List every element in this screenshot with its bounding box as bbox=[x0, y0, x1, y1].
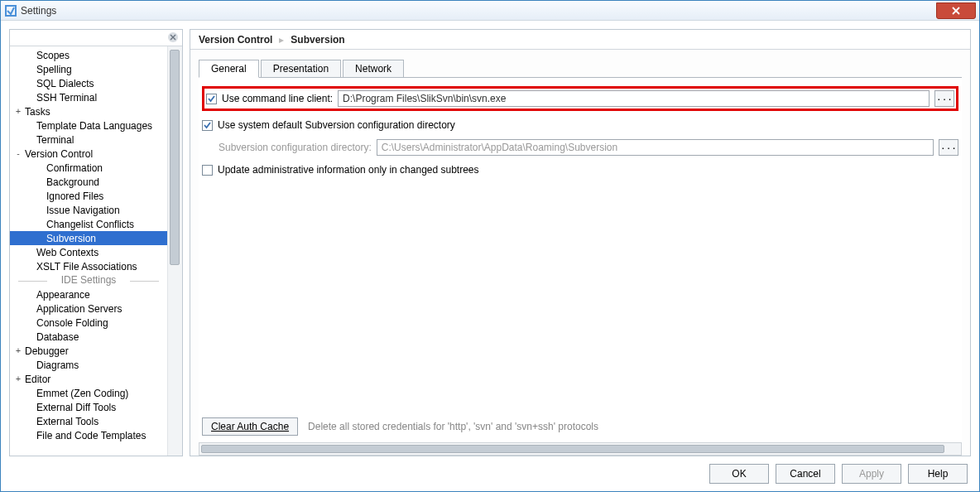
breadcrumb: Version Control ▸ Subversion bbox=[190, 30, 970, 50]
tab-network[interactable]: Network bbox=[343, 60, 404, 77]
tree-item[interactable]: External Tools bbox=[10, 414, 167, 428]
tree-item-label: Terminal bbox=[35, 134, 74, 146]
tree-item-label: Version Control bbox=[23, 148, 93, 160]
confdir-label: Subversion configuration directory: bbox=[219, 142, 372, 153]
cache-row: Clear Auth Cache Delete all stored crede… bbox=[202, 417, 958, 436]
tree-item[interactable]: Spelling bbox=[10, 62, 167, 76]
tree-item[interactable]: Web Contexts bbox=[10, 245, 167, 259]
tree-item[interactable]: Subversion bbox=[10, 231, 167, 245]
tree-item-label: Ignored Files bbox=[45, 191, 103, 202]
tree-item[interactable]: Appearance bbox=[10, 287, 167, 301]
tree-item[interactable]: Template Data Languages bbox=[10, 118, 167, 133]
apply-button: Apply bbox=[842, 464, 901, 484]
tree-item-label: External Tools bbox=[35, 416, 98, 427]
sysdefault-checkbox[interactable] bbox=[202, 120, 213, 131]
tree-item[interactable]: +Debugger bbox=[10, 344, 167, 358]
tree-search[interactable] bbox=[10, 30, 182, 46]
tree-item[interactable]: Console Folding bbox=[10, 316, 167, 330]
help-button[interactable]: Help bbox=[908, 464, 968, 484]
confdir-input bbox=[377, 139, 934, 156]
tab-general[interactable]: General bbox=[199, 60, 259, 78]
cli-checkbox[interactable] bbox=[206, 94, 217, 104]
tree-item[interactable]: Scopes bbox=[10, 48, 167, 62]
tabs: General Presentation Network bbox=[199, 60, 962, 78]
breadcrumb-root[interactable]: Version Control bbox=[199, 34, 272, 46]
clear-auth-cache-button[interactable]: Clear Auth Cache bbox=[202, 417, 298, 436]
tree-item[interactable]: Diagrams bbox=[10, 358, 167, 372]
tree-item-label: Template Data Languages bbox=[35, 120, 152, 132]
settings-content-panel: Version Control ▸ Subversion General Pre… bbox=[190, 29, 971, 456]
window-title: Settings bbox=[21, 5, 56, 17]
tree-item[interactable]: Changelist Conflicts bbox=[10, 217, 167, 231]
tree-item-label: Changelist Conflicts bbox=[45, 219, 134, 230]
title-bar: Settings bbox=[1, 1, 979, 21]
update-label: Update administrative information only i… bbox=[218, 164, 479, 176]
tree-item-label: SSH Terminal bbox=[35, 92, 97, 104]
confdir-row: Subversion configuration directory: ... bbox=[219, 139, 958, 156]
tree-item-label: Spelling bbox=[35, 64, 72, 75]
clear-cache-description: Delete all stored credentials for 'http'… bbox=[308, 421, 598, 432]
tree-item-label: Subversion bbox=[45, 233, 96, 244]
tree-item[interactable]: Confirmation bbox=[10, 161, 167, 175]
tree-section-header: IDE Settings bbox=[10, 273, 167, 287]
tree-item[interactable]: Ignored Files bbox=[10, 189, 167, 203]
tree-item[interactable]: Emmet (Zen Coding) bbox=[10, 386, 167, 400]
tree-item-label: Emmet (Zen Coding) bbox=[35, 388, 128, 399]
cli-path-input[interactable] bbox=[338, 90, 930, 107]
tree-item[interactable]: Application Servers bbox=[10, 301, 167, 316]
cli-label: Use command line client: bbox=[222, 93, 333, 104]
tree-item-label: SQL Dialects bbox=[35, 78, 94, 89]
tree-item[interactable]: Issue Navigation bbox=[10, 203, 167, 217]
tree-item[interactable]: XSLT File Associations bbox=[10, 259, 167, 273]
tree-item-label: Web Contexts bbox=[35, 247, 98, 258]
tree-item-label: Console Folding bbox=[35, 317, 108, 329]
app-icon bbox=[4, 4, 17, 17]
tree-item[interactable]: -Version Control bbox=[10, 147, 167, 161]
tree-item-label: File and Code Templates bbox=[35, 430, 147, 441]
cancel-button[interactable]: Cancel bbox=[776, 464, 835, 484]
tree-item-label: Application Servers bbox=[35, 303, 122, 315]
tree-item-label: Tasks bbox=[23, 106, 50, 118]
tree-item[interactable]: SQL Dialects bbox=[10, 76, 167, 90]
tree-item[interactable]: Background bbox=[10, 175, 167, 189]
content-h-scrollbar[interactable] bbox=[199, 442, 962, 456]
tree-item-label: Appearance bbox=[35, 289, 90, 301]
tree-item-label: External Diff Tools bbox=[35, 402, 116, 413]
tree-item[interactable]: +Tasks bbox=[10, 104, 167, 118]
tree-item-label: Confirmation bbox=[45, 162, 103, 174]
expand-icon[interactable]: + bbox=[13, 346, 23, 355]
tree-item-label: Database bbox=[35, 331, 79, 343]
tree-item[interactable]: SSH Terminal bbox=[10, 90, 167, 104]
settings-tree-panel: ScopesSpellingSQL DialectsSSH Terminal+T… bbox=[9, 29, 183, 456]
cli-row: Use command line client: ... bbox=[202, 86, 958, 111]
tree-item-label: XSLT File Associations bbox=[35, 261, 137, 273]
close-button[interactable] bbox=[936, 2, 976, 19]
sysdefault-label: Use system default Subversion configurat… bbox=[218, 119, 455, 131]
tree-item[interactable]: +Editor bbox=[10, 372, 167, 386]
tree-scrollbar[interactable] bbox=[167, 46, 182, 456]
tree-item[interactable]: Terminal bbox=[10, 133, 167, 147]
tree-item-label: Background bbox=[45, 176, 99, 188]
settings-tree[interactable]: ScopesSpellingSQL DialectsSSH Terminal+T… bbox=[10, 46, 167, 456]
clear-search-icon[interactable] bbox=[167, 31, 179, 43]
expand-icon[interactable]: + bbox=[13, 107, 23, 116]
tree-item-label: Issue Navigation bbox=[45, 205, 120, 216]
tree-item-label: Debugger bbox=[23, 345, 69, 357]
tree-item[interactable]: File and Code Templates bbox=[10, 428, 167, 442]
update-row: Update administrative information only i… bbox=[202, 164, 958, 176]
breadcrumb-leaf: Subversion bbox=[291, 34, 344, 46]
collapse-icon[interactable]: - bbox=[13, 149, 23, 158]
tree-item-label: Editor bbox=[23, 374, 50, 385]
sysdefault-row: Use system default Subversion configurat… bbox=[202, 119, 958, 131]
tree-item[interactable]: External Diff Tools bbox=[10, 400, 167, 414]
cli-browse-button[interactable]: ... bbox=[934, 90, 954, 107]
confdir-browse-button[interactable]: ... bbox=[939, 139, 958, 156]
expand-icon[interactable]: + bbox=[13, 374, 23, 383]
tree-item[interactable]: Database bbox=[10, 330, 167, 344]
tab-presentation[interactable]: Presentation bbox=[261, 60, 341, 77]
ok-button[interactable]: OK bbox=[709, 464, 769, 484]
update-checkbox[interactable] bbox=[202, 165, 213, 176]
tree-item-label: Scopes bbox=[35, 50, 70, 61]
settings-dialog: Settings ScopesSpellingSQL DialectsSSH T… bbox=[0, 0, 980, 492]
breadcrumb-sep-icon: ▸ bbox=[279, 34, 284, 46]
